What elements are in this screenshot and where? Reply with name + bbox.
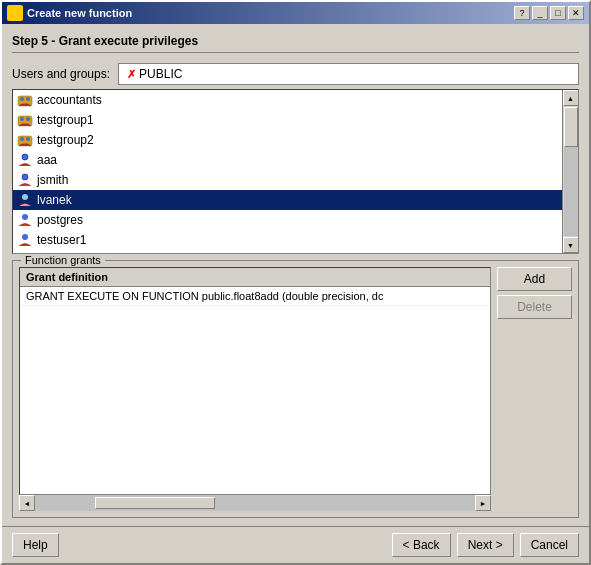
item-name: testuser1	[37, 233, 86, 247]
function-grants-legend: Function grants	[21, 254, 105, 266]
grants-body[interactable]: GRANT EXECUTE ON FUNCTION public.float8a…	[20, 287, 490, 494]
title-bar: ⚡ Create new function ? _ □ ✕	[2, 2, 589, 24]
group-icon	[17, 112, 33, 128]
users-section: Users and groups: ✗ PUBLIC accountants	[12, 63, 579, 254]
scroll-track[interactable]	[564, 107, 578, 236]
svg-point-1	[20, 97, 24, 101]
list-item-selected[interactable]: lvanek	[13, 190, 562, 210]
scroll-right-button[interactable]: ►	[475, 495, 491, 511]
item-name: jsmith	[37, 173, 68, 187]
list-item[interactable]: testuser2	[13, 250, 562, 253]
user-list[interactable]: accountants testgroup1 testg	[13, 90, 562, 253]
list-item[interactable]: postgres	[13, 210, 562, 230]
svg-point-5	[26, 117, 30, 121]
user-icon	[17, 252, 33, 253]
minimize-button[interactable]: _	[532, 6, 548, 20]
list-item[interactable]: accountants	[13, 90, 562, 110]
public-value: PUBLIC	[139, 67, 182, 81]
scroll-up-button[interactable]: ▲	[563, 90, 579, 106]
user-list-container: accountants testgroup1 testg	[12, 89, 579, 254]
grants-header: Grant definition	[20, 268, 490, 287]
list-item[interactable]: jsmith	[13, 170, 562, 190]
h-scroll-thumb[interactable]	[95, 497, 215, 509]
list-item[interactable]: testgroup1	[13, 110, 562, 130]
item-name: postgres	[37, 213, 83, 227]
list-item[interactable]: aaa	[13, 150, 562, 170]
user-icon	[17, 172, 33, 188]
cancel-button[interactable]: Cancel	[520, 533, 579, 557]
item-name: lvanek	[37, 193, 72, 207]
window-title: Create new function	[27, 7, 132, 19]
scroll-left-button[interactable]: ◄	[19, 495, 35, 511]
item-name: aaa	[37, 153, 57, 167]
group-icon	[17, 132, 33, 148]
item-name: testgroup1	[37, 113, 94, 127]
user-icon	[17, 212, 33, 228]
help-title-button[interactable]: ?	[514, 6, 530, 20]
public-x-icon: ✗	[127, 68, 136, 81]
svg-point-15	[22, 234, 28, 240]
close-button[interactable]: ✕	[568, 6, 584, 20]
group-icon	[17, 92, 33, 108]
scroll-thumb[interactable]	[564, 107, 578, 147]
list-item[interactable]: testuser1	[13, 230, 562, 250]
footer: Help < Back Next > Cancel	[2, 526, 589, 563]
item-name: accountants	[37, 93, 102, 107]
step-label: Step 5 - Grant execute privileges	[12, 32, 579, 53]
main-window: ⚡ Create new function ? _ □ ✕ Step 5 - G…	[0, 0, 591, 565]
scroll-down-button[interactable]: ▼	[563, 237, 579, 253]
user-icon	[17, 192, 33, 208]
window-icon: ⚡	[7, 5, 23, 21]
svg-point-8	[26, 137, 30, 141]
horizontal-scrollbar[interactable]: ◄ ►	[19, 495, 491, 511]
users-scrollbar[interactable]: ▲ ▼	[562, 90, 578, 253]
add-button[interactable]: Add	[497, 267, 572, 291]
user-icon	[17, 232, 33, 248]
svg-point-13	[22, 194, 28, 200]
svg-point-4	[20, 117, 24, 121]
maximize-button[interactable]: □	[550, 6, 566, 20]
content-area: Step 5 - Grant execute privileges Users …	[2, 24, 589, 526]
svg-point-14	[22, 214, 28, 220]
grants-table: Grant definition GRANT EXECUTE ON FUNCTI…	[19, 267, 491, 495]
back-button[interactable]: < Back	[392, 533, 451, 557]
grant-row[interactable]: GRANT EXECUTE ON FUNCTION public.float8a…	[20, 287, 490, 306]
user-icon	[17, 152, 33, 168]
h-scroll-track[interactable]	[35, 495, 475, 511]
grants-buttons: Add Delete	[497, 267, 572, 511]
svg-point-10	[22, 154, 28, 160]
users-label: Users and groups:	[12, 67, 110, 81]
svg-point-12	[22, 174, 28, 180]
help-button[interactable]: Help	[12, 533, 59, 557]
svg-point-2	[26, 97, 30, 101]
item-name: testgroup2	[37, 133, 94, 147]
public-badge: ✗ PUBLIC	[118, 63, 579, 85]
next-button[interactable]: Next >	[457, 533, 514, 557]
function-grants-group: Function grants Grant definition GRANT E…	[12, 260, 579, 518]
delete-button[interactable]: Delete	[497, 295, 572, 319]
list-item[interactable]: testgroup2	[13, 130, 562, 150]
svg-point-7	[20, 137, 24, 141]
